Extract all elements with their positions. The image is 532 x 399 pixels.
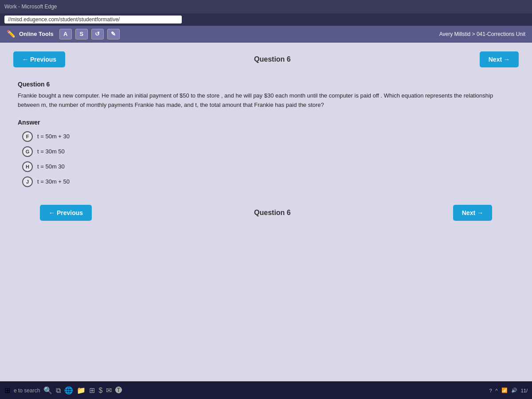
next-button-top[interactable]: Next →	[480, 51, 519, 67]
toolbar-edit-button[interactable]: ✎	[107, 29, 120, 39]
question-label-top: Question 6	[254, 55, 291, 63]
taskbar-right: ? ^ 📶 🔊 11/	[489, 387, 528, 393]
option-text-f: t = 50m + 30	[37, 133, 70, 140]
taskbar-dollar-icon[interactable]: $	[98, 387, 102, 395]
taskbar-time: 11/	[521, 388, 528, 393]
taskbar-apps-icon[interactable]: ⊞	[89, 386, 95, 395]
toolbar-a-button[interactable]: A	[59, 29, 72, 39]
taskbar-edge-icon[interactable]: 🌐	[64, 386, 73, 395]
address-bar-row: //misd.edugence.com/student/studentforma…	[0, 13, 532, 26]
browser-title: Work - Microsoft Edge	[4, 4, 57, 10]
top-nav-row: ← Previous Question 6 Next →	[13, 51, 519, 67]
toolbar-label: Online Tools	[19, 31, 54, 37]
option-circle-j: J	[22, 176, 33, 187]
question-section: Question 6 Frankie bought a new computer…	[13, 81, 519, 187]
question-title: Question 6	[18, 81, 514, 88]
prev-button-top[interactable]: ← Previous	[13, 51, 65, 67]
toolbar-undo-button[interactable]: ↺	[91, 29, 104, 39]
answer-option-j[interactable]: J t = 30m + 50	[22, 176, 514, 187]
browser-chrome: Work - Microsoft Edge	[0, 0, 532, 13]
taskbar-speaker-icon: 🔊	[511, 387, 517, 393]
main-content: ← Previous Question 6 Next → Question 6 …	[0, 43, 532, 399]
question-label-bottom: Question 6	[254, 209, 291, 217]
taskbar-taskview-icon[interactable]: ⧉	[56, 387, 61, 395]
toolbar-row: ✏️ Online Tools A S ↺ ✎ Avery Millstid >…	[0, 26, 532, 43]
windows-icon[interactable]: ⊞	[4, 386, 10, 395]
page-wrapper: Work - Microsoft Edge //misd.edugence.co…	[0, 0, 532, 399]
toolbar-pencil-icon: ✏️	[7, 30, 16, 38]
taskbar-search-text[interactable]: e to search	[14, 387, 40, 394]
taskbar-badge-icon[interactable]: 🅣	[115, 387, 122, 395]
answer-option-h[interactable]: H t = 50m 30	[22, 161, 514, 172]
answer-option-g[interactable]: G t = 30m 50	[22, 146, 514, 157]
option-circle-g: G	[22, 146, 33, 157]
taskbar-up-arrow: ^	[496, 388, 498, 393]
next-button-bottom[interactable]: Next →	[453, 205, 492, 221]
address-bar[interactable]: //misd.edugence.com/student/studentforma…	[4, 16, 182, 23]
answer-label: Answer	[18, 119, 514, 126]
option-text-j: t = 30m + 50	[37, 178, 70, 185]
user-info: Avery Millstid > 041-Corrections Unit	[439, 31, 525, 37]
taskbar-wifi-icon: 📶	[501, 387, 508, 393]
bottom-nav-row: ← Previous Question 6 Next →	[13, 205, 519, 221]
option-text-g: t = 30m 50	[37, 148, 65, 155]
option-circle-h: H	[22, 161, 33, 172]
taskbar-question-icon: ?	[489, 388, 492, 393]
taskbar: ⊞ e to search 🔍 ⧉ 🌐 📁 ⊞ $ ✉ 🅣 ? ^ 📶 🔊 11…	[0, 381, 532, 399]
taskbar-mail-icon[interactable]: ✉	[106, 386, 112, 395]
answer-option-f[interactable]: F t = 50m + 30	[22, 131, 514, 142]
toolbar-s-button[interactable]: S	[75, 29, 88, 39]
option-text-h: t = 50m 30	[37, 163, 65, 170]
option-circle-f: F	[22, 131, 33, 142]
question-text: Frankie bought a new computer. He made a…	[18, 91, 514, 110]
answer-options: F t = 50m + 30 G t = 30m 50 H t = 50m 30…	[18, 131, 514, 187]
taskbar-folder-icon[interactable]: 📁	[77, 386, 86, 395]
taskbar-search-icon[interactable]: 🔍	[43, 386, 52, 395]
prev-button-bottom[interactable]: ← Previous	[40, 205, 92, 221]
